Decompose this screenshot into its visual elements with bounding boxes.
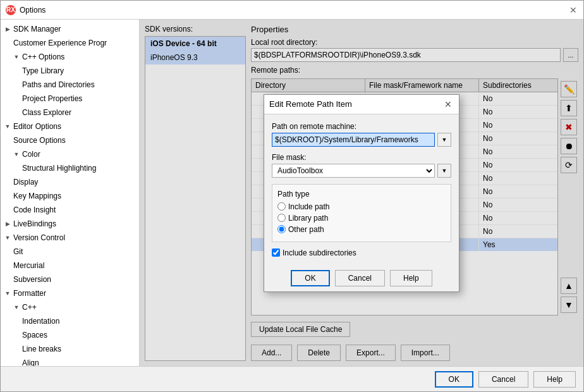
modal-title: Edit Remote Path Item — [269, 99, 352, 109]
radio-other[interactable] — [277, 225, 286, 233]
toggle-version-control[interactable]: ▼ — [3, 233, 12, 242]
footer-ok-button[interactable]: OK — [435, 371, 473, 388]
file-mask-label: File mask: — [272, 153, 451, 162]
modal-footer: OK Cancel Help — [264, 265, 459, 291]
sidebar-label-customer-exp: Customer Experience Progr — [12, 39, 107, 47]
sidebar-item-git[interactable]: Git — [1, 245, 139, 259]
modal-ok-button[interactable]: OK — [291, 270, 329, 286]
toggle-live-bindings[interactable]: ▶ — [3, 219, 12, 228]
radio-other-path[interactable]: Other path — [277, 225, 446, 234]
sidebar-label-line-breaks: Line breaks — [21, 345, 61, 353]
file-mask-field: File mask: AudioToolbox ▼ — [272, 153, 451, 178]
sidebar-item-indentation[interactable]: Indentation — [1, 314, 139, 328]
modal-cancel-button[interactable]: Cancel — [335, 270, 385, 286]
sidebar-item-source-options[interactable]: Source Options — [1, 133, 139, 147]
path-type-section: Path type Include path Library path — [272, 184, 451, 242]
sidebar-item-mercurial[interactable]: Mercurial — [1, 259, 139, 273]
footer: OK Cancel Help — [1, 366, 583, 391]
toggle-editor-options[interactable]: ▼ — [3, 122, 12, 131]
modal-title-bar: Edit Remote Path Item ✕ — [264, 95, 459, 114]
file-mask-input-row: AudioToolbox ▼ — [272, 164, 451, 178]
sidebar-label-mercurial: Mercurial — [12, 261, 44, 270]
toggle-color[interactable]: ▼ — [12, 150, 21, 159]
main-content: ▶ SDK Manager Customer Experience Progr … — [1, 20, 583, 366]
include-subdirs-checkbox[interactable] — [272, 248, 280, 257]
sidebar-item-line-breaks[interactable]: Line breaks — [1, 342, 139, 356]
sidebar-label-git: Git — [12, 247, 23, 256]
sidebar-label-cpp-formatter: C++ — [21, 303, 37, 312]
sidebar-item-live-bindings[interactable]: ▶ LiveBindings — [1, 217, 139, 231]
sidebar-item-sdk-manager[interactable]: ▶ SDK Manager — [1, 22, 139, 36]
app-icon: RX — [6, 5, 16, 15]
sidebar-label-subversion: Subversion — [12, 275, 51, 284]
sidebar-label-cpp-options: C++ Options — [21, 52, 64, 61]
radio-library-label: Library path — [288, 214, 328, 223]
sidebar-item-align[interactable]: Align — [1, 356, 139, 366]
sidebar-item-formatter[interactable]: ▼ Formatter — [1, 286, 139, 300]
sidebar-label-display: Display — [12, 178, 38, 187]
sidebar: ▶ SDK Manager Customer Experience Progr … — [1, 20, 140, 366]
sidebar-label-source-options: Source Options — [12, 136, 66, 145]
footer-help-button[interactable]: Help — [533, 371, 576, 388]
sidebar-item-display[interactable]: Display — [1, 175, 139, 189]
toggle-cpp-formatter[interactable]: ▼ — [12, 303, 21, 312]
modal-body: Path on remote machine: ▼ File mask: — [264, 114, 459, 265]
sidebar-item-paths-directories[interactable]: Paths and Directories — [1, 78, 139, 92]
modal-close-button[interactable]: ✕ — [442, 99, 454, 110]
path-input-row: ▼ — [272, 133, 451, 147]
toggle-cpp-options[interactable]: ▼ — [12, 52, 21, 61]
sidebar-item-spaces[interactable]: Spaces — [1, 328, 139, 342]
sidebar-label-class-explorer: Class Explorer — [21, 108, 71, 117]
sidebar-label-spaces: Spaces — [21, 331, 47, 340]
file-mask-dropdown-btn[interactable]: ▼ — [437, 164, 451, 178]
window-title: Options — [20, 6, 46, 15]
edit-remote-path-modal: Edit Remote Path Item ✕ Path on remote m… — [264, 94, 459, 292]
radio-include-path[interactable]: Include path — [277, 202, 446, 211]
radio-library-path[interactable]: Library path — [277, 214, 446, 223]
sidebar-item-cpp-formatter[interactable]: ▼ C++ — [1, 300, 139, 314]
sidebar-item-type-library[interactable]: Type Library — [1, 64, 139, 78]
path-label: Path on remote machine: — [272, 122, 451, 131]
sidebar-item-color[interactable]: ▼ Color — [1, 147, 139, 161]
toggle-formatter[interactable]: ▼ — [3, 289, 12, 298]
title-bar-left: RX Options — [6, 5, 46, 15]
sidebar-label-color: Color — [21, 150, 40, 159]
sidebar-label-indentation: Indentation — [21, 317, 59, 326]
sidebar-item-cpp-options[interactable]: ▼ C++ Options — [1, 50, 139, 64]
file-mask-select[interactable]: AudioToolbox — [272, 164, 435, 178]
sidebar-item-subversion[interactable]: Subversion — [1, 273, 139, 286]
sidebar-item-version-control[interactable]: ▼ Version Control — [1, 231, 139, 245]
sidebar-item-customer-exp[interactable]: Customer Experience Progr — [1, 36, 139, 50]
sidebar-item-project-properties[interactable]: Project Properties — [1, 92, 139, 106]
sidebar-label-version-control: Version Control — [12, 233, 65, 242]
sidebar-label-live-bindings: LiveBindings — [12, 219, 56, 228]
include-subdirs-row[interactable]: Include subdirectories — [272, 248, 451, 257]
modal-overlay: Edit Remote Path Item ✕ Path on remote m… — [140, 20, 583, 366]
sidebar-label-code-insight: Code Insight — [12, 205, 56, 214]
sidebar-label-formatter: Formatter — [12, 289, 46, 298]
radio-library[interactable] — [277, 214, 286, 222]
right-panel: SDK versions: iOS Device - 64 bit iPhone… — [140, 20, 583, 366]
sidebar-label-paths-directories: Paths and Directories — [21, 80, 95, 89]
include-subdirs-label: Include subdirectories — [283, 248, 356, 257]
radio-include[interactable] — [277, 202, 286, 211]
sidebar-label-structural-highlighting: Structural Highlighting — [21, 164, 96, 173]
sidebar-item-editor-options[interactable]: ▼ Editor Options — [1, 119, 139, 133]
path-input[interactable] — [272, 133, 435, 147]
sidebar-item-structural-highlighting[interactable]: Structural Highlighting — [1, 161, 139, 175]
sidebar-label-sdk-manager: SDK Manager — [12, 25, 61, 34]
close-button[interactable]: ✕ — [568, 5, 578, 15]
modal-help-button[interactable]: Help — [390, 270, 432, 286]
radio-include-label: Include path — [288, 202, 329, 211]
sidebar-item-code-insight[interactable]: Code Insight — [1, 203, 139, 217]
sidebar-item-key-mappings[interactable]: Key Mappings — [1, 189, 139, 203]
sidebar-label-project-properties: Project Properties — [21, 94, 82, 103]
toggle-sdk-manager[interactable]: ▶ — [3, 25, 12, 34]
footer-cancel-button[interactable]: Cancel — [478, 371, 528, 388]
sidebar-label-editor-options: Editor Options — [12, 122, 61, 131]
sidebar-label-align: Align — [21, 358, 39, 366]
sidebar-label-key-mappings: Key Mappings — [12, 192, 61, 200]
title-bar: RX Options ✕ — [1, 1, 583, 20]
path-dropdown-btn[interactable]: ▼ — [437, 133, 451, 147]
sidebar-item-class-explorer[interactable]: Class Explorer — [1, 106, 139, 119]
